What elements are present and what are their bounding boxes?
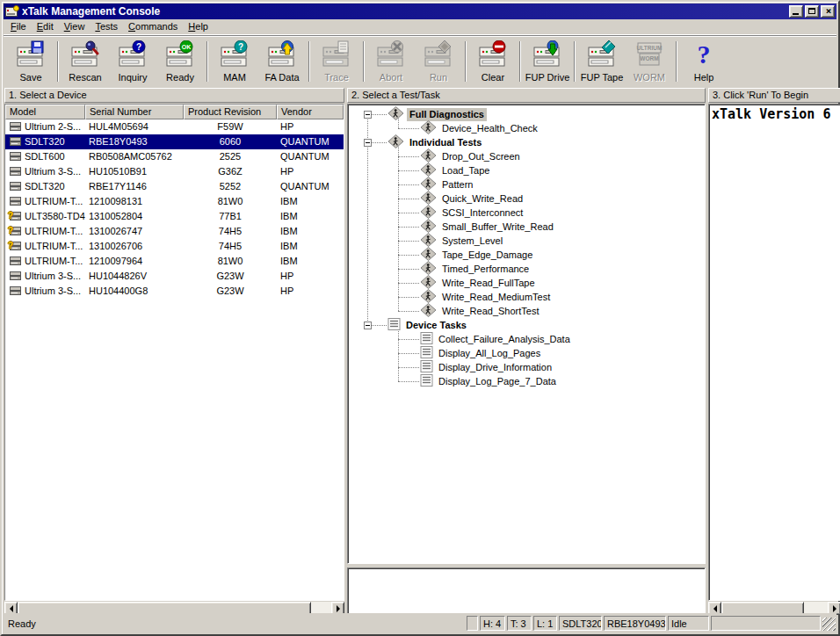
table-row[interactable]: ?ULTRIUM-T...131002674774H5IBM: [5, 224, 344, 239]
fup-drive-button[interactable]: FUP Drive: [524, 39, 571, 84]
table-row[interactable]: SDLT600RB0508AMC057622525QUANTUM: [5, 149, 344, 164]
tree-node-label[interactable]: Tape_Edge_Damage: [439, 249, 535, 262]
menu-view[interactable]: View: [59, 19, 91, 34]
table-row[interactable]: Ultrium 2-S...HUL4M05694F59WHP: [5, 119, 344, 134]
tree-node-child[interactable]: Drop_Out_Screen: [353, 149, 705, 163]
menu-commands[interactable]: Commands: [123, 19, 183, 34]
tree-node-label[interactable]: Display_All_Log_Pages: [436, 347, 543, 360]
tree-node-label[interactable]: Load_Tape: [439, 164, 492, 177]
table-row[interactable]: ULTRIUM-T...121009813181W0IBM: [5, 194, 344, 209]
tree-node-label[interactable]: Quick_Write_Read: [439, 192, 525, 206]
tree-node-child[interactable]: Device_Health_Check: [353, 121, 705, 135]
close-button[interactable]: ×: [821, 5, 835, 18]
tree-node-label[interactable]: Individual Tests: [407, 136, 484, 149]
tree-node-label[interactable]: Device Tasks: [403, 319, 469, 332]
tree-node-child[interactable]: Display_Drive_Information: [353, 360, 705, 374]
save-button[interactable]: Save: [7, 39, 54, 84]
tree-node-child[interactable]: SCSI_Interconnect: [353, 206, 705, 220]
task-list-icon: [420, 346, 433, 360]
table-row[interactable]: ULTRIUM-T...121009796481W0IBM: [5, 254, 344, 269]
version-text: xTalk Version 6: [708, 104, 840, 601]
tree-node-child[interactable]: Load_Tape: [353, 163, 705, 177]
serial-cell: RB0508AMC05762: [85, 149, 184, 164]
tree-node-root[interactable]: Full Diagnostics: [353, 107, 705, 121]
tree-node-child[interactable]: Write_Read_MediumTest: [353, 290, 705, 304]
table-row[interactable]: Ultrium 3-S...HU10510B91G36ZHP: [5, 164, 344, 179]
tree-node-label[interactable]: Full Diagnostics: [407, 108, 487, 121]
tree-node-child[interactable]: Display_Log_Page_7_Data: [353, 374, 705, 388]
column-header-vendor[interactable]: Vendor: [277, 105, 344, 119]
minimize-button[interactable]: [789, 5, 803, 18]
tree-node-child[interactable]: Pattern: [353, 177, 705, 192]
test-runner-icon: [387, 106, 404, 122]
tree-node-root[interactable]: Individual Tests: [353, 135, 705, 149]
column-header-model[interactable]: Model: [5, 105, 85, 119]
toolbar: Save Rescan ?Inquiry OKReady ?MAM FA Dat…: [4, 35, 836, 86]
table-row[interactable]: SDLT320RBE17Y11465252QUANTUM: [5, 179, 344, 194]
tree-node-child[interactable]: Small_Buffer_Write_Read: [353, 220, 705, 234]
clear-icon: [478, 40, 508, 71]
menu-file[interactable]: File: [5, 19, 32, 34]
tree-node-label[interactable]: System_Level: [439, 235, 505, 248]
tree-node-label[interactable]: Display_Log_Page_7_Data: [436, 375, 559, 388]
tree-node-child[interactable]: Tape_Edge_Damage: [353, 248, 705, 262]
mam-button[interactable]: ?MAM: [211, 39, 258, 84]
tree-node-child[interactable]: Quick_Write_Read: [353, 192, 705, 206]
title-bar[interactable]: xTalk Management Console ×: [4, 4, 836, 19]
menu-tests[interactable]: Tests: [90, 19, 123, 34]
device-panel: 1. Select a Device ModelSerial NumberPro…: [4, 88, 344, 615]
abort-button[interactable]: Abort: [367, 39, 415, 84]
vendor-cell: QUANTUM: [277, 179, 344, 194]
menu-help[interactable]: Help: [183, 19, 214, 34]
status-segment-6: Idle: [668, 616, 709, 631]
inquiry-button[interactable]: ?Inquiry: [109, 39, 156, 84]
column-header-serial[interactable]: Serial Number: [85, 105, 184, 119]
help-button[interactable]: ?Help: [680, 39, 728, 84]
table-row[interactable]: Ultrium 3-S...HU104400G8G23WHP: [5, 284, 344, 299]
clear-button[interactable]: Clear: [469, 39, 517, 84]
fa-data-button[interactable]: FA Data: [258, 39, 306, 84]
table-row[interactable]: ?ULT3580-TD4131005280477B1IBM: [5, 209, 344, 224]
maximize-button[interactable]: [805, 5, 819, 18]
ready-button[interactable]: OKReady: [156, 39, 204, 84]
toolbar-button-label: Inquiry: [118, 72, 147, 83]
tree-node-label[interactable]: Pattern: [439, 178, 475, 192]
tree-node-label[interactable]: Write_Read_ShortTest: [439, 305, 541, 318]
tree-node-label[interactable]: Drop_Out_Screen: [439, 150, 523, 163]
tree-node-label[interactable]: Timed_Performance: [439, 263, 532, 276]
toolbar-group: ?MAM FA Data: [211, 39, 306, 84]
tree-node-label[interactable]: Device_Health_Check: [439, 122, 540, 135]
fup-tape-button[interactable]: FUP Tape: [578, 39, 626, 84]
tree-node-child[interactable]: Display_All_Log_Pages: [353, 346, 705, 360]
tree-node-label[interactable]: SCSI_Interconnect: [439, 206, 525, 220]
collapse-toggle[interactable]: [364, 322, 372, 329]
tree-node-child[interactable]: Write_Read_ShortTest: [353, 304, 705, 318]
collapse-toggle[interactable]: [364, 139, 372, 147]
worm-button[interactable]: ULTRIUMWORMWORM: [626, 39, 673, 84]
menu-edit[interactable]: Edit: [32, 19, 59, 34]
tree-connector: [398, 283, 419, 284]
collapse-toggle[interactable]: [364, 111, 372, 119]
tree-node-label[interactable]: Display_Drive_Information: [436, 361, 554, 374]
run-button[interactable]: Run: [415, 39, 462, 84]
tree-node-child[interactable]: System_Level: [353, 234, 705, 248]
tree-node-root[interactable]: Device Tasks: [353, 318, 705, 332]
tree-node-label[interactable]: Write_Read_FullTape: [439, 277, 538, 290]
tree-node-child[interactable]: Write_Read_FullTape: [353, 276, 705, 290]
tree-node-label[interactable]: Small_Buffer_Write_Read: [439, 220, 556, 234]
model-cell: ?ULTRIUM-T...: [5, 224, 85, 239]
table-row[interactable]: Ultrium 3-S...HU1044826VG23WHP: [5, 269, 344, 284]
table-row[interactable]: ?ULTRIUM-T...131002670674H5IBM: [5, 239, 344, 254]
toolbar-separator: [57, 41, 59, 82]
tree-node-child[interactable]: Collect_Failure_Analysis_Data: [353, 332, 705, 346]
table-row[interactable]: SDLT320RBE18Y04936060QUANTUM: [5, 134, 344, 149]
tree-node-child[interactable]: Timed_Performance: [353, 262, 705, 276]
tree-node-label[interactable]: Write_Read_MediumTest: [439, 291, 553, 304]
trace-button[interactable]: Trace: [313, 39, 360, 84]
tree-node-label[interactable]: Collect_Failure_Analysis_Data: [436, 333, 573, 346]
rescan-button[interactable]: Rescan: [62, 39, 109, 84]
toolbar-separator: [465, 41, 467, 82]
column-header-rev[interactable]: Product Revision: [184, 105, 277, 119]
resize-grip[interactable]: [822, 618, 836, 631]
toolbar-separator: [519, 41, 521, 82]
